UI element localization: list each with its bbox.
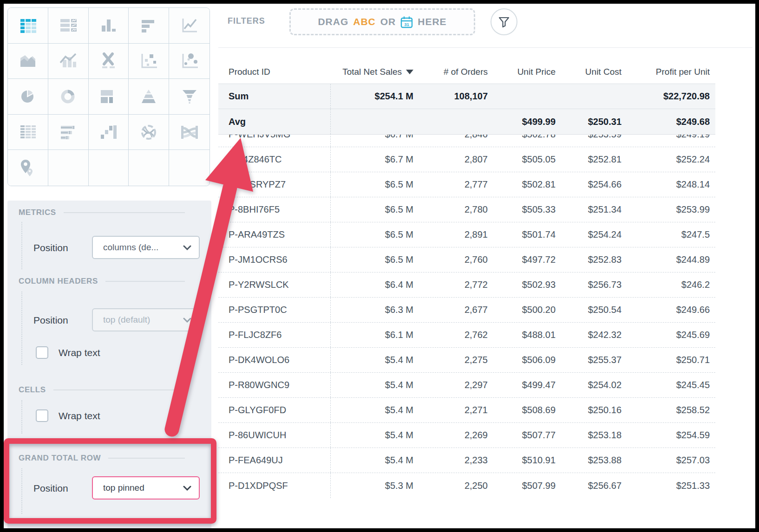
chart-type-table[interactable]: [8, 8, 48, 44]
value-cell: $248.14: [627, 172, 715, 197]
value-cell: $6.5 M: [331, 197, 419, 222]
table-row[interactable]: P-H8SRYPZ7$6.5 M2,777$502.81$254.66$248.…: [218, 172, 715, 197]
pinned-value: 108,107: [419, 84, 493, 109]
drop-zone-abc-text: ABC: [353, 16, 376, 27]
value-cell: $250.54: [561, 298, 627, 322]
pinned-value: $254.1 M: [331, 84, 419, 109]
table-row[interactable]: P-FLJC8ZF6$6.1 M2,762$488.01$242.32$245.…: [218, 323, 715, 348]
metrics-position-dropdown[interactable]: columns (de...: [92, 236, 200, 259]
value-cell: $505.05: [493, 147, 561, 172]
chart-type-empty-cell: [169, 150, 209, 186]
column-header-total-net-sales[interactable]: Total Net Sales: [331, 60, 419, 84]
chart-type-summary-table[interactable]: [8, 115, 48, 150]
sankey-icon: [179, 123, 200, 142]
table-row[interactable]: P-FEA649UJ$5.4 M2,233$510.91$253.88$257.…: [218, 448, 715, 473]
table-row[interactable]: P-WEHJV5MG$6.7 M2,846$502.78$253.59$249.…: [218, 135, 715, 147]
column-header-profit-per-unit[interactable]: Profit per Unit: [627, 60, 715, 84]
chart-type-treemap[interactable]: [89, 79, 129, 115]
cells-wrap-text-checkbox[interactable]: [36, 409, 48, 422]
value-cell: $256.73: [561, 272, 627, 297]
chart-type-chord[interactable]: [129, 115, 169, 150]
chart-type-empty-cell: [48, 150, 89, 186]
value-cell: $5.4 M: [331, 373, 419, 397]
chart-type-combo-chart[interactable]: [48, 44, 89, 79]
chart-type-area-chart[interactable]: [8, 44, 48, 79]
column-headers-wrap-text-checkbox[interactable]: [36, 346, 48, 359]
table-row[interactable]: P-PSGTPT0C$6.3 M2,677$500.20$250.54$249.…: [218, 298, 715, 323]
value-cell: $499.47: [493, 373, 561, 397]
table-body[interactable]: P-WEHJV5MG$6.7 M2,846$502.78$253.59$249.…: [218, 135, 715, 498]
table-row[interactable]: P-ARA49TZS$6.5 M2,891$501.74$254.24$247.…: [218, 222, 715, 247]
value-cell: $505.33: [493, 197, 561, 222]
pinned-row-avg: Avg$499.99$250.31$249.68: [218, 109, 715, 135]
filter-drop-zone[interactable]: DRAG ABC OR 31 HERE: [289, 8, 475, 35]
table-row[interactable]: P-Y2RWSLCK$6.4 M2,772$502.93$256.73$246.…: [218, 272, 715, 298]
table-row[interactable]: P-14Z846TC$6.7 M2,807$505.05$252.81$252.…: [218, 147, 715, 172]
chart-type-donut-chart[interactable]: [48, 79, 89, 115]
value-cell: $488.01: [493, 323, 561, 347]
value-cell: $6.1 M: [331, 323, 419, 347]
chart-type-pie-chart[interactable]: [8, 79, 48, 115]
x-chart-icon: [98, 52, 118, 70]
product-id-cell: P-DK4WOLO6: [218, 348, 331, 372]
table-row[interactable]: P-R80WGNC9$5.4 M2,297$499.47$254.02$245.…: [218, 373, 715, 398]
value-cell: $245.45: [627, 373, 715, 397]
table-row[interactable]: P-8BHI76F5$6.5 M2,780$505.33$251.34$253.…: [218, 197, 715, 222]
divider: [218, 47, 752, 48]
treemap-icon: [98, 87, 118, 106]
table-row[interactable]: P-DK4WOLO6$5.4 M2,275$506.09$255.37$250.…: [218, 348, 715, 373]
pinned-total-rows: Sum$254.1 M108,107$22,720.98Avg$499.99$2…: [218, 84, 715, 135]
chart-type-bar-chart[interactable]: [129, 8, 169, 44]
chart-type-map[interactable]: [8, 150, 48, 186]
bar-chart-icon: [138, 16, 159, 35]
value-cell: $257.03: [627, 448, 715, 473]
value-cell: $250.16: [561, 398, 627, 422]
value-cell: 2,275: [419, 348, 493, 372]
section-guide-line: [21, 292, 22, 365]
chart-type-column-chart[interactable]: [89, 8, 129, 44]
chart-type-funnel[interactable]: [169, 79, 209, 115]
column-chart-icon: [98, 16, 118, 35]
pinned-value: $249.68: [627, 109, 715, 134]
grand-total-row-position-label: Position: [33, 483, 68, 494]
value-cell: 2,762: [419, 323, 493, 347]
value-cell: 2,780: [419, 197, 493, 222]
column-headers-position-label: Position: [33, 315, 68, 326]
value-cell: $250.71: [627, 348, 715, 372]
sort-desc-icon[interactable]: [406, 70, 413, 74]
section-rule: [108, 458, 185, 459]
chart-type-waterfall[interactable]: [89, 115, 129, 150]
table-row[interactable]: P-GLYGF0FD$5.4 M2,271$508.69$250.16$258.…: [218, 398, 715, 423]
value-cell: $5.4 M: [331, 398, 419, 422]
filter-funnel-button[interactable]: [491, 8, 517, 35]
value-cell: 2,269: [419, 423, 493, 448]
column-headers-position-dropdown[interactable]: top (default): [92, 308, 200, 331]
column-header-unit-price[interactable]: Unit Price: [493, 60, 561, 84]
value-cell: $500.20: [493, 298, 561, 322]
metrics-section-header: METRICS: [19, 208, 211, 217]
pinned-row-label: Avg: [218, 109, 331, 134]
value-cell: $254.66: [561, 172, 627, 197]
table-row[interactable]: P-86UWICUH$5.4 M2,269$507.77$253.18$254.…: [218, 423, 715, 448]
column-header-unit-cost[interactable]: Unit Cost: [561, 60, 627, 84]
funnel-chart-icon: [179, 87, 200, 106]
column-header-product-id[interactable]: Product ID: [218, 60, 331, 84]
column-header--of-orders[interactable]: # of Orders: [419, 60, 493, 84]
donut-chart-icon: [58, 87, 79, 106]
chart-type-x-axis[interactable]: [89, 44, 129, 79]
screenshot-frame: METRICS Position columns (de... COLUMN H…: [0, 0, 759, 532]
value-cell: $502.93: [493, 272, 561, 297]
chart-type-sankey[interactable]: [169, 115, 209, 150]
chart-type-kpi-list[interactable]: [48, 8, 89, 44]
chart-type-scatter-plot[interactable]: [129, 44, 169, 79]
chart-type-bubble-chart[interactable]: [169, 44, 209, 79]
value-cell: $502.81: [493, 172, 561, 197]
product-id-cell: P-PSGTPT0C: [218, 298, 331, 322]
chart-type-pyramid[interactable]: [129, 79, 169, 115]
grand-total-row-position-dropdown[interactable]: top pinned: [92, 476, 200, 500]
chart-type-bullet-chart[interactable]: [48, 115, 89, 150]
value-cell: 2,846: [419, 135, 493, 147]
table-row[interactable]: P-D1XDPQSF$5.3 M2,250$507.99$256.67$251.…: [218, 473, 715, 498]
table-row[interactable]: P-JM1OCRS6$6.5 M2,760$497.72$252.83$244.…: [218, 247, 715, 272]
chart-type-line-chart[interactable]: [169, 8, 209, 44]
